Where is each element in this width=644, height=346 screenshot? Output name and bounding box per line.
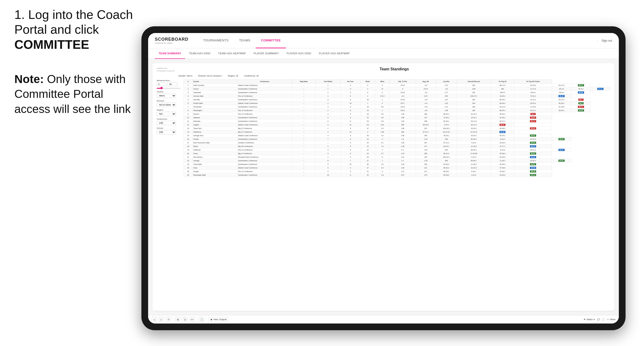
cell: Florida	[192, 137, 237, 141]
sub-nav-player-h2h-heatmap[interactable]: PLAYER H2H HEATMAP	[315, 48, 354, 59]
slider-thumb[interactable]	[160, 87, 163, 89]
score-cell: 86.64	[571, 91, 590, 94]
cell: 10-23-0	[457, 166, 490, 170]
nav-committee[interactable]: COMMITTEE	[256, 33, 286, 48]
school-select[interactable]: (All)	[157, 130, 176, 134]
sub-nav-player-h2h-grid[interactable]: PLAYER H2H GRID	[283, 48, 315, 59]
col-wins: Wins	[375, 80, 390, 84]
region-select[interactable]: N/A	[157, 112, 176, 116]
score-cell: 80.94	[514, 116, 552, 119]
col-avg-sg: Avg. SG	[416, 80, 436, 84]
expand-btn[interactable]: ⛶	[602, 318, 604, 321]
min-rou-input1[interactable]	[157, 82, 166, 86]
score-cell: 85.02	[552, 137, 571, 141]
toolbar-sep-3	[206, 317, 206, 322]
cell: –	[292, 123, 316, 127]
cell: 23	[360, 116, 375, 119]
cell: Texas	[192, 152, 237, 155]
cell: 9-19-1	[457, 170, 490, 173]
table-row: 6Florida StateAtlantic Coast Conference–…	[184, 101, 610, 105]
col-conference: Conference	[237, 80, 292, 84]
toolbar-btn-extra[interactable]: ≡+	[190, 317, 195, 322]
cell: 88-17-0	[490, 84, 514, 87]
cell: 4	[375, 137, 390, 141]
table-row: 12VirginiaAtlantic Coast Conference–3216…	[184, 123, 610, 127]
cell: –	[292, 105, 316, 109]
cell: 10	[340, 163, 360, 166]
cell: 8	[184, 109, 193, 112]
cell: –	[292, 127, 316, 130]
cell: 3	[316, 98, 340, 101]
cell: –5.0	[416, 98, 436, 101]
cell: 97-01-1	[416, 130, 436, 134]
toolbar-btn-1[interactable]: ◁	[152, 317, 157, 322]
cell: 23-33-1	[490, 170, 514, 173]
share-btn[interactable]: ↗ Share	[607, 318, 616, 321]
col-reg-rank: Reg Rank	[292, 80, 316, 84]
toolbar-right: 👁 Watch ▾ 💬 ⛶ ↗ Share	[584, 318, 616, 321]
sub-nav-team-h2h-grid[interactable]: TEAM H2H GRID	[185, 48, 214, 59]
cell: Atlantic Coast Conference	[237, 101, 292, 105]
gender-select[interactable]: Men's	[157, 94, 176, 98]
cell: 12-15-0	[457, 145, 490, 148]
cell: 265	[416, 134, 436, 137]
score-cell: 80.34	[514, 127, 552, 130]
cell: 27	[375, 87, 390, 91]
cell: 35-14-0	[457, 123, 490, 127]
cell: 21	[184, 155, 193, 159]
cell: –	[292, 84, 316, 87]
division-select[interactable]: NCAA Division I	[157, 103, 176, 107]
table-row: 20TexasBig 12 Conference–38240.71.442695…	[184, 152, 610, 155]
nav-tournaments[interactable]: TOURNAMENTS	[198, 33, 234, 48]
cell: 5.1	[390, 148, 416, 152]
content-layout: Minimum Rou... Gender	[157, 79, 610, 300]
cell: 11	[184, 119, 193, 123]
cell: 275.9	[390, 105, 416, 109]
sub-nav-player-summary[interactable]: PLAYER SUMMARY	[250, 48, 283, 59]
division-control-label: Division	[157, 100, 181, 102]
update-time-value: 27/03/2024 16:56:26	[157, 70, 174, 72]
sub-nav-team-summary[interactable]: TEAM SUMMARY	[155, 48, 185, 59]
cell: 2	[360, 84, 375, 87]
toolbar-btn-clock[interactable]: 🕐	[199, 317, 204, 322]
sub-nav-team-h2h-heatmap[interactable]: TEAM H2H HEATMAP	[214, 48, 250, 59]
sign-out[interactable]: Sign out	[598, 39, 612, 42]
cell: 25	[360, 155, 375, 159]
toolbar-view[interactable]: ◉ View: Original	[208, 318, 229, 321]
cell: 265	[436, 94, 457, 98]
nav-teams[interactable]: TEAMS	[234, 33, 256, 48]
cell: 11-39-2	[457, 163, 490, 166]
cell: –4.4	[416, 101, 436, 105]
cell: 83-15-0	[416, 123, 436, 127]
chevron-down-icon: ▾	[594, 318, 595, 321]
cell: 4	[316, 105, 340, 109]
cell: 14	[184, 130, 193, 134]
cell: Alabama	[192, 116, 237, 119]
card-header: Update time: 27/03/2024 16:56:26 Team St…	[157, 67, 610, 72]
cell: –	[292, 166, 316, 170]
nav-items: TOURNAMENTS TEAMS COMMITTEE	[198, 33, 598, 48]
cell: 59-41-4	[436, 152, 457, 155]
cell: Oklahoma	[192, 130, 237, 134]
min-rou-input2[interactable]	[168, 82, 177, 86]
cell: 265	[457, 105, 490, 109]
toolbar-btn-5[interactable]: ⊡	[182, 317, 188, 322]
cell: 0.97	[390, 173, 416, 177]
cell: 276.3	[390, 109, 416, 112]
cell: 262	[457, 109, 490, 112]
cell: 3	[316, 112, 340, 116]
watch-btn[interactable]: 👁 Watch ▾	[584, 318, 595, 321]
table-row: 25OregonPac-12 Conference–592101.2127166…	[184, 170, 610, 173]
toolbar-btn-3[interactable]: ↺	[166, 317, 171, 322]
cell: 6	[340, 94, 360, 98]
toolbar-btn-4[interactable]: ⊞	[175, 317, 180, 322]
feedback-btn[interactable]: 💬	[597, 318, 600, 321]
instruction-area: 1. Log into the Coach Portal and click C…	[14, 7, 154, 61]
cell: Atlantic Coast Conference	[237, 166, 292, 170]
cell: 1.98	[436, 109, 457, 112]
toolbar-btn-2[interactable]: ▷	[159, 317, 164, 322]
conference-select[interactable]: (All)	[157, 121, 176, 125]
cell: 1.85	[375, 130, 390, 134]
cell: 1.4	[375, 145, 390, 148]
cell: 9	[340, 127, 360, 130]
